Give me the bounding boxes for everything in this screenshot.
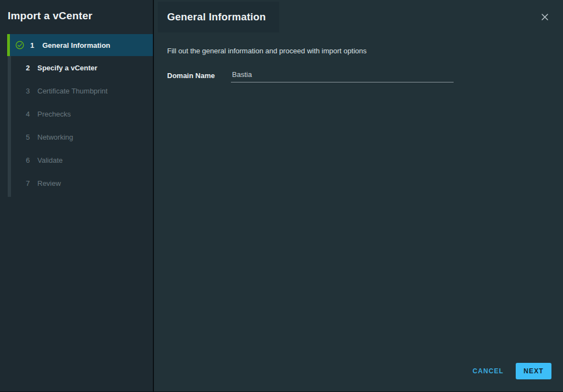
step-item-6[interactable]: 6Validate — [0, 148, 153, 172]
step-label: Review — [37, 179, 61, 187]
step-number: 6 — [26, 156, 31, 164]
step-item-4[interactable]: 4Prechecks — [0, 102, 153, 125]
domain-name-row: Domain Name — [167, 68, 454, 82]
step-item-3[interactable]: 3Certificate Thumbprint — [0, 79, 153, 102]
domain-name-label: Domain Name — [167, 71, 231, 80]
step-number: 1 — [30, 41, 36, 49]
step-item-2[interactable]: 2Specify a vCenter — [0, 56, 153, 79]
close-icon[interactable] — [540, 12, 550, 22]
step-number: 2 — [26, 64, 31, 72]
step-label: Specify a vCenter — [37, 64, 97, 72]
step-item-5[interactable]: 5Networking — [0, 125, 153, 148]
step-label: Validate — [37, 156, 63, 164]
wizard-footer: CANCEL NEXT — [473, 363, 551, 379]
import-vcenter-dialog: Import a vCenter 1General Information2Sp… — [0, 0, 563, 392]
close-x-glyph — [540, 13, 549, 21]
check-circle-icon — [15, 41, 24, 49]
dialog-title: Import a vCenter — [8, 10, 92, 22]
step-item-7[interactable]: 7Review — [0, 172, 153, 195]
panel-title: General Information — [167, 11, 266, 23]
step-label: Networking — [37, 133, 73, 141]
step-list: 1General Information2Specify a vCenter3C… — [0, 34, 153, 195]
step-label: Certificate Thumbprint — [37, 87, 108, 95]
step-label: Prechecks — [37, 110, 71, 118]
step-number: 7 — [26, 179, 31, 187]
step-item-1[interactable]: 1General Information — [7, 34, 153, 56]
step-number: 4 — [26, 110, 31, 118]
cancel-button[interactable]: CANCEL — [473, 367, 504, 375]
step-label: General Information — [42, 41, 111, 49]
domain-name-input[interactable] — [231, 68, 454, 82]
next-button[interactable]: NEXT — [516, 363, 551, 379]
wizard-sidebar: Import a vCenter 1General Information2Sp… — [0, 0, 153, 391]
wizard-content-panel: General Information Fill out the general… — [154, 0, 563, 391]
step-number: 3 — [26, 87, 31, 95]
step-number: 5 — [26, 133, 31, 141]
instruction-text: Fill out the general information and pro… — [167, 47, 367, 55]
panel-title-box: General Information — [158, 2, 279, 32]
